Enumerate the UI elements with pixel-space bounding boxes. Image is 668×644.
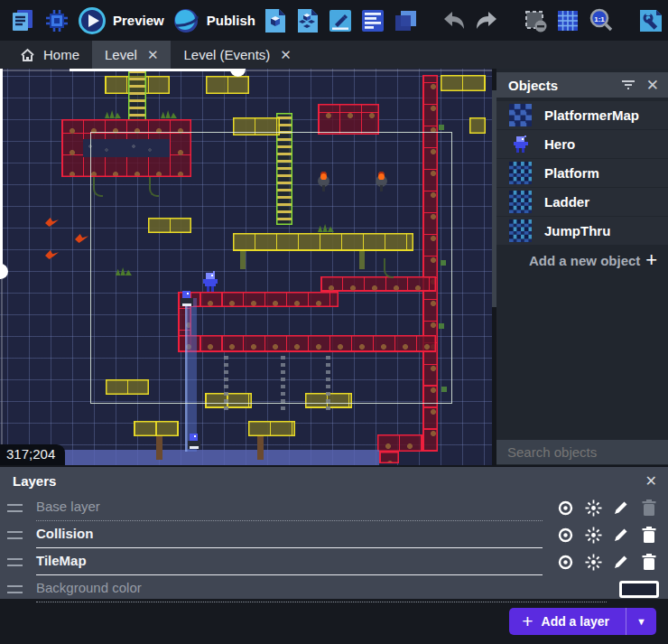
red-tiles[interactable] [377,434,422,452]
yellow-tiles[interactable] [441,75,486,91]
layer-name-field[interactable]: TileMap [36,548,543,575]
vine-sprite[interactable] [93,177,103,197]
properties-button[interactable] [635,6,667,35]
chain-sprite[interactable] [281,352,285,410]
canvas-vscrollbar-track[interactable] [1,271,3,445]
bird-sprite[interactable] [45,250,59,259]
canvas-hscrollbar[interactable] [70,69,237,71]
yellow-tiles[interactable] [206,76,249,94]
delete-trash-icon[interactable] [639,525,659,545]
red-tiles[interactable] [178,335,436,352]
bird-sprite[interactable] [45,218,59,227]
edit-events-button[interactable] [357,6,389,35]
chain-sprite[interactable] [224,352,228,410]
effects-icon[interactable] [583,498,603,518]
add-layer-dropdown-button[interactable]: ▼ [626,608,656,635]
drag-handle-icon[interactable] [7,504,23,512]
object-item-platformermap[interactable]: PlatformerMap [496,101,668,129]
stem-sprite[interactable] [257,436,264,460]
yellow-tiles[interactable] [106,379,149,395]
layer-name-field[interactable]: Collision [36,521,543,548]
tab-close-icon[interactable]: ✕ [145,47,159,63]
layer-name-field[interactable]: Background color [36,575,607,602]
add-layer-button[interactable]: + Add a layer [509,608,626,635]
preview-button[interactable]: Preview [74,5,168,37]
search-objects-input[interactable] [507,444,668,460]
search-objects-bar[interactable] [496,440,668,464]
edit-pencil-icon[interactable] [611,525,631,545]
object-item-jumpthru[interactable]: JumpThru [496,217,668,245]
filter-icon[interactable] [621,79,636,91]
drag-handle-icon[interactable] [7,531,23,539]
visibility-eye-icon[interactable] [555,525,575,545]
stem2-sprite[interactable] [240,251,246,269]
effects-icon[interactable] [583,552,603,572]
clear-selection-button[interactable] [519,6,552,35]
grass-sprite[interactable] [161,110,177,118]
dot-sprite[interactable] [441,260,446,266]
publish-button[interactable]: Publish [168,5,259,37]
cut-tiles[interactable] [83,139,170,157]
red-tiles[interactable] [318,104,379,135]
delete-trash-icon[interactable] [639,552,659,572]
red-tiles[interactable] [379,452,399,463]
tab-close-icon[interactable]: ✕ [278,47,292,63]
drag-handle-icon[interactable] [7,585,23,593]
effects-icon[interactable] [583,525,603,545]
edit-pencil-icon[interactable] [611,552,631,572]
project-manager-button[interactable] [5,6,40,35]
drag-handle-icon[interactable] [7,558,23,566]
stem2-sprite[interactable] [359,251,365,269]
vine-sprite[interactable] [384,258,394,278]
hero-sprite[interactable] [202,271,218,296]
scene-editor-canvas[interactable]: 317;204 [0,69,492,465]
zoom-original-button[interactable]: 1:1 [584,5,618,36]
undo-button[interactable] [438,7,470,34]
yellow-tiles[interactable] [233,233,413,251]
edit-pencil-icon[interactable] [611,498,631,518]
diver-sprite[interactable] [188,434,200,453]
torch-sprite[interactable] [318,172,329,191]
tab-level-events[interactable]: Level (Events)✕ [171,41,303,69]
grass-sprite[interactable] [116,267,132,275]
editor-scrollbar-strip[interactable] [492,69,496,465]
redo-button[interactable] [470,7,503,34]
layer-name-field[interactable]: Base layer [36,494,543,521]
bird-sprite[interactable] [75,234,88,243]
canvas-vscrollbar-handle[interactable] [0,264,8,279]
yellow-tiles[interactable] [134,421,179,436]
object-item-ladder[interactable]: Ladder [496,188,668,216]
diver-sprite[interactable] [181,291,193,310]
ladder-tiles[interactable] [128,69,146,121]
canvas-vscrollbar[interactable] [0,69,3,266]
grass-sprite[interactable] [105,110,121,118]
yellow-tiles[interactable] [248,421,295,436]
dot-sprite[interactable] [439,323,444,329]
objects-panel-close-icon[interactable]: ✕ [646,76,659,95]
toggle-grid-button[interactable] [552,6,584,35]
yellow-tiles[interactable] [469,117,486,134]
vine-sprite[interactable] [149,177,159,197]
dot-sprite[interactable] [441,387,447,392]
red-tiles[interactable] [320,276,436,292]
yellow-tiles[interactable] [148,218,191,233]
yellow-tiles[interactable] [233,117,280,135]
editor-scrollbar-thumb[interactable] [492,90,496,307]
object-item-platform[interactable]: Platform [496,159,668,187]
visibility-eye-icon[interactable] [555,552,575,572]
water-tiles[interactable] [63,450,379,465]
edit-scene-button[interactable] [259,6,292,35]
background-color-swatch[interactable] [619,581,659,598]
chain-sprite[interactable] [326,352,330,410]
waterfall-tiles[interactable] [185,298,197,452]
torch-sprite[interactable] [376,172,387,191]
edit-scene-objects-button[interactable] [292,6,324,35]
yellow-tiles[interactable] [205,393,252,408]
dot-sprite[interactable] [439,125,444,130]
tab-level[interactable]: Level✕ [92,41,171,69]
debugger-button[interactable] [40,5,74,36]
layers-panel-close-icon[interactable]: ✕ [645,472,657,490]
add-object-row[interactable]: Add a new object + [496,246,668,275]
edit-object-button[interactable] [324,6,357,35]
red-tiles[interactable] [422,75,438,452]
